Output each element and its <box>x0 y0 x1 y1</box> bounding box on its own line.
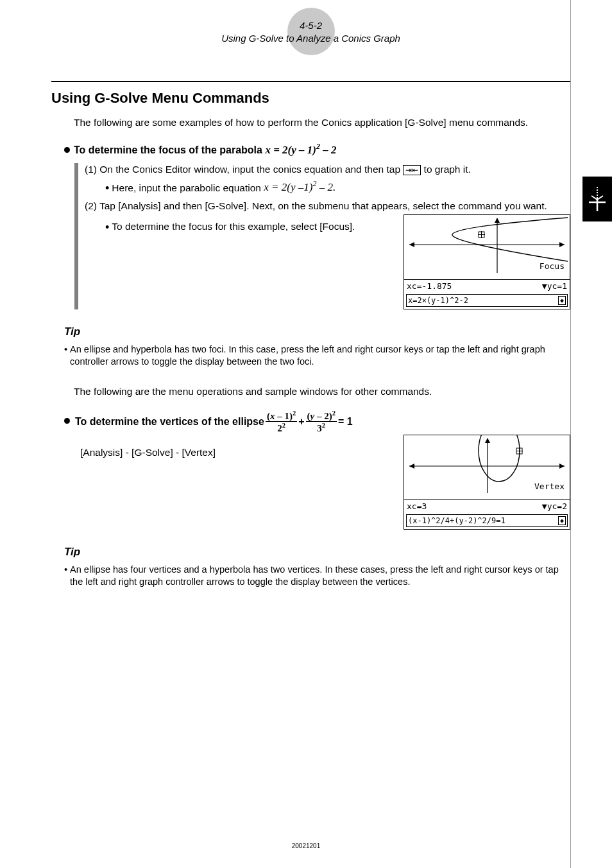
svg-marker-10 <box>409 464 414 469</box>
ex1-heading-eq: x = 2(y – 1)2 – 2 <box>265 144 336 156</box>
svg-marker-12 <box>485 438 490 443</box>
yc-value: ▼yc=1 <box>542 281 567 292</box>
tip1-text: An ellipse and hyperbola has two foci. I… <box>70 343 570 369</box>
between-text: The following are the menu operations an… <box>74 385 570 399</box>
side-registration-mark <box>582 177 612 221</box>
tip2-label: Tip <box>64 545 570 560</box>
svg-line-18 <box>591 196 597 200</box>
page-subtitle: Using G-Solve to Analyze a Conics Graph <box>51 32 570 45</box>
scroll-icon: ◆ <box>558 516 566 525</box>
tip1-label: Tip <box>64 325 570 340</box>
step1-sub-eq: x = 2(y –1)2 – 2. <box>264 181 336 193</box>
bullet-icon: • <box>64 343 67 369</box>
step1-suffix: to graph it. <box>421 164 471 175</box>
step2-sub: •To determine the focus for this example… <box>105 220 393 235</box>
bullet-icon: • <box>105 221 109 234</box>
vertex-label: Vertex <box>534 482 565 491</box>
step2-sub-text: To determine the focus for this example,… <box>112 221 355 232</box>
example2-heading: To determine the vertices of the ellipse… <box>64 410 570 433</box>
xc-value: xc=3 <box>407 501 427 512</box>
ex2-heading-text: To determine the vertices of the ellipse <box>75 415 264 429</box>
eq-suffix: = 1 <box>338 415 353 429</box>
example1-heading: To determine the focus of the parabola x… <box>64 141 570 158</box>
status-bar: xc=3 ▼yc=2 <box>404 499 570 513</box>
bullet-icon <box>64 147 70 153</box>
calculator-screenshot-vertex: Vertex xc=3 ▼yc=2 (x-1)^2/4+(y-2)^2/9=1 … <box>404 435 570 530</box>
step1-sub-text: Here, input the parabolic equation <box>112 182 264 193</box>
focus-label: Focus <box>540 261 565 271</box>
tip2-text: An ellipse has four vertices and a hyper… <box>70 564 570 589</box>
tip2-body: • An ellipse has four vertices and a hyp… <box>64 564 570 589</box>
section-title: Using G-Solve Menu Commands <box>51 89 570 108</box>
xc-value: xc=-1.875 <box>407 281 452 292</box>
equation-bar: (x-1)^2/4+(y-2)^2/9=1 ◆ <box>406 514 568 527</box>
step1-text: (1) On the Conics Editor window, input t… <box>85 164 403 175</box>
tip1-body: • An ellipse and hyperbola has two foci.… <box>64 343 570 369</box>
calculator-screenshot-focus: Focus xc=-1.875 ▼yc=1 x=2×(y-1)^2-2 ◆ <box>404 214 570 309</box>
example1-steps: (1) On the Conics Editor window, input t… <box>74 163 570 309</box>
graph-icon: ⇥⇤ <box>403 165 421 175</box>
header: 4-5-2 Using G-Solve to Analyze a Conics … <box>51 19 570 46</box>
scroll-icon: ◆ <box>558 296 566 305</box>
plus: + <box>298 415 304 429</box>
step2: (2) Tap [Analysis] and then [G-Solve]. N… <box>85 200 570 213</box>
bullet-icon <box>64 418 70 424</box>
menu-path: [Analysis] - [G-Solve] - [Vertex] <box>80 446 393 460</box>
svg-marker-2 <box>409 242 414 247</box>
svg-line-19 <box>597 196 603 200</box>
fraction1: (x – 1)2 22 <box>266 410 297 433</box>
page-code: 4-5-2 <box>51 19 570 32</box>
svg-marker-4 <box>495 218 500 223</box>
svg-point-13 <box>479 435 520 482</box>
page: 4-5-2 Using G-Solve to Analyze a Conics … <box>0 0 612 608</box>
status-bar: xc=-1.875 ▼yc=1 <box>404 279 570 293</box>
bullet-icon: • <box>64 564 67 589</box>
svg-marker-9 <box>559 464 565 469</box>
step1: (1) On the Conics Editor window, input t… <box>85 163 570 196</box>
section-rule <box>51 81 570 82</box>
equation-text: x=2×(y-1)^2-2 <box>408 295 468 306</box>
intro-text: The following are some examples of how t… <box>74 116 570 130</box>
fraction2: (y – 2)2 32 <box>306 410 337 433</box>
svg-marker-1 <box>559 242 565 247</box>
equation-text: (x-1)^2/4+(y-2)^2/9=1 <box>408 516 506 526</box>
yc-value: ▼yc=2 <box>542 501 567 512</box>
equation-bar: x=2×(y-1)^2-2 ◆ <box>406 294 568 307</box>
ex1-heading-text: To determine the focus of the parabola <box>74 144 265 155</box>
bullet-icon: • <box>105 182 109 195</box>
step1-sub: •Here, input the parabolic equation x = … <box>105 179 570 196</box>
graph-area: Focus <box>404 215 570 279</box>
footer-code: 20021201 <box>0 842 612 851</box>
graph-area: Vertex <box>404 435 570 499</box>
